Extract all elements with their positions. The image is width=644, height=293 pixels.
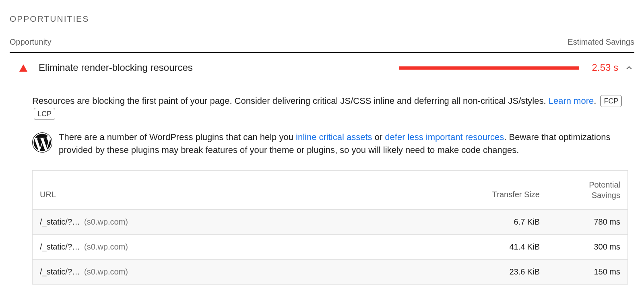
triangle-warning-icon	[19, 64, 27, 72]
fcp-badge: FCP	[600, 95, 622, 107]
table-row: /_static/?…(s0.wp.com) 41.4 KiB 300 ms	[33, 234, 627, 259]
lcp-badge: LCP	[34, 108, 55, 120]
col-url-header: URL	[40, 189, 459, 200]
savings-value: 2.53 s	[592, 61, 618, 75]
opportunity-header-row: Opportunity Estimated Savings	[10, 36, 634, 53]
resource-savings: 780 ms	[540, 216, 620, 228]
resource-path: /_static/?…	[40, 217, 80, 226]
col-savings-header: PotentialSavings	[540, 180, 620, 200]
savings-bar	[399, 66, 579, 70]
resource-size: 41.4 KiB	[459, 241, 540, 253]
resource-path: /_static/?…	[40, 242, 80, 251]
resource-size: 6.7 KiB	[459, 216, 540, 228]
table-row: /_static/?…(s0.wp.com) 6.7 KiB 780 ms	[33, 209, 627, 234]
description-text: Resources are blocking the first paint o…	[32, 96, 549, 106]
table-header: URL Transfer Size PotentialSavings	[33, 171, 627, 209]
resource-savings: 150 ms	[540, 266, 620, 278]
resource-path: /_static/?…	[40, 267, 80, 276]
defer-resources-link[interactable]: defer less important resources	[385, 132, 504, 142]
resource-savings: 300 ms	[540, 241, 620, 253]
section-title: OPPORTUNITIES	[10, 13, 634, 25]
wordpress-hint-row: There are a number of WordPress plugins …	[10, 124, 634, 157]
opportunity-description: Resources are blocking the first paint o…	[10, 84, 634, 124]
inline-critical-assets-link[interactable]: inline critical assets	[296, 132, 372, 142]
resource-host: (s0.wp.com)	[84, 217, 128, 226]
opportunity-title: Eliminate render-blocking resources	[39, 61, 193, 75]
wordpress-icon	[32, 132, 52, 153]
description-period: .	[594, 96, 596, 106]
learn-more-link[interactable]: Learn more	[549, 96, 594, 106]
chevron-up-icon[interactable]	[624, 63, 634, 73]
table-row: /_static/?…(s0.wp.com) 23.6 KiB 150 ms	[33, 259, 627, 284]
resource-size: 23.6 KiB	[459, 266, 540, 278]
header-savings-label: Estimated Savings	[568, 36, 634, 48]
header-opportunity-label: Opportunity	[10, 36, 51, 48]
wordpress-hint-text: There are a number of WordPress plugins …	[59, 131, 634, 157]
col-size-header: Transfer Size	[459, 189, 540, 200]
opportunity-row[interactable]: Eliminate render-blocking resources 2.53…	[10, 53, 634, 84]
resources-table: URL Transfer Size PotentialSavings /_sta…	[32, 170, 628, 285]
resource-host: (s0.wp.com)	[84, 242, 128, 251]
resource-host: (s0.wp.com)	[84, 267, 128, 276]
